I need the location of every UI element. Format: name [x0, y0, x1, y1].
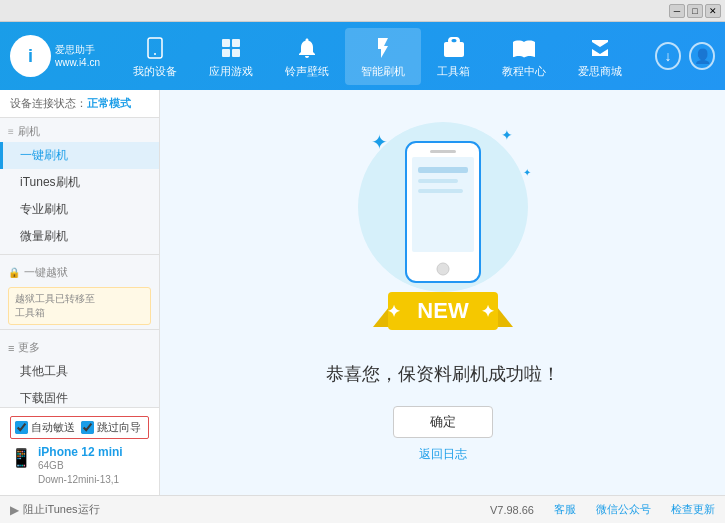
nav-ringtone[interactable]: 铃声壁纸	[269, 28, 345, 85]
jailbreak-warning: 越狱工具已转移至 工具箱	[8, 287, 151, 325]
user-button[interactable]: 👤	[689, 42, 715, 70]
device-details: iPhone 12 mini 64GB Down-12mini-13,1	[38, 445, 123, 487]
nav-toolbox[interactable]: 工具箱	[421, 28, 486, 85]
divider2	[0, 329, 159, 330]
lock-icon: 🔒	[8, 267, 20, 278]
logo-icon: i	[10, 35, 51, 77]
app-footer: ▶ 阻止iTunes运行 V7.98.66 客服 微信公众号 检查更新	[0, 495, 725, 523]
sidebar-item-pro-flash[interactable]: 专业刷机	[0, 196, 159, 223]
sidebar-item-itunes-flash[interactable]: iTunes刷机	[0, 169, 159, 196]
nav-store[interactable]: 爱思商城	[562, 28, 638, 85]
svg-text:✦: ✦	[387, 303, 401, 320]
svg-rect-3	[232, 39, 240, 47]
footer-service-link[interactable]: 客服	[554, 502, 576, 517]
svg-rect-10	[418, 189, 463, 193]
section-icon: ≡	[8, 126, 14, 137]
success-text: 恭喜您，保资料刷机成功啦！	[326, 362, 560, 386]
flash-icon	[369, 34, 397, 62]
sparkle-right2: ✦	[523, 167, 531, 178]
flash-section-header: ≡ 刷机	[0, 118, 159, 142]
svg-rect-9	[418, 179, 458, 183]
app-header: i 爱思助手 www.i4.cn 我的设备 应用游戏	[0, 22, 725, 90]
svg-rect-5	[232, 49, 240, 57]
sidebar-item-download-firmware[interactable]: 下载固件	[0, 385, 159, 407]
minimize-button[interactable]: ─	[669, 4, 685, 18]
svg-text:✦: ✦	[481, 303, 495, 320]
return-link[interactable]: 返回日志	[419, 446, 467, 463]
nav-smart-flash[interactable]: 智能刷机	[345, 28, 421, 85]
device-icon	[141, 34, 169, 62]
logo-area: i 爱思助手 www.i4.cn	[10, 35, 100, 77]
app-window: i 爱思助手 www.i4.cn 我的设备 应用游戏	[0, 22, 725, 523]
sidebar-item-micro-flash[interactable]: 微量刷机	[0, 223, 159, 250]
tutorial-icon	[510, 34, 538, 62]
confirm-button[interactable]: 确定	[393, 406, 493, 438]
main-content: ✦ ✦ ✦ ✦ ✦ NEW	[160, 90, 725, 495]
checkbox-group: 自动敏送 跳过向导	[10, 416, 149, 439]
jailbreak-section-header: 🔒 一键越狱	[0, 259, 159, 283]
status-bar: 设备连接状态：正常模式	[0, 90, 159, 118]
sidebar-item-other-tools[interactable]: 其他工具	[0, 358, 159, 385]
bell-icon	[293, 34, 321, 62]
sidebar-bottom: 自动敏送 跳过向导 📱 iPhone 12 mini 64GB Down-12m…	[0, 407, 159, 495]
svg-rect-8	[418, 167, 468, 173]
maximize-button[interactable]: □	[687, 4, 703, 18]
svg-rect-12	[430, 150, 456, 153]
new-badge: ✦ ✦ NEW	[373, 272, 513, 340]
nav-bar: 我的设备 应用游戏 铃声壁纸 智能刷机	[100, 28, 655, 85]
logo-text: 爱思助手 www.i4.cn	[55, 43, 100, 69]
footer-wechat-link[interactable]: 微信公众号	[596, 502, 651, 517]
footer-right: V7.98.66 客服 微信公众号 检查更新	[490, 502, 715, 517]
svg-rect-2	[222, 39, 230, 47]
footer-left: ▶ 阻止iTunes运行	[10, 502, 490, 517]
apps-icon	[217, 34, 245, 62]
close-button[interactable]: ✕	[705, 4, 721, 18]
device-info: 📱 iPhone 12 mini 64GB Down-12mini-13,1	[10, 445, 149, 487]
title-bar: ─ □ ✕	[0, 0, 725, 22]
window-controls[interactable]: ─ □ ✕	[669, 4, 721, 18]
more-icon: ≡	[8, 342, 14, 354]
content-area: 设备连接状态：正常模式 ≡ 刷机 一键刷机 iTunes刷机 专业刷机	[0, 90, 725, 495]
sidebar-item-one-key-flash[interactable]: 一键刷机	[0, 142, 159, 169]
header-right: ↓ 👤	[655, 42, 715, 70]
sidebar: 设备连接状态：正常模式 ≡ 刷机 一键刷机 iTunes刷机 专业刷机	[0, 90, 160, 495]
itunes-icon: ▶	[10, 503, 19, 517]
auto-send-checkbox[interactable]: 自动敏送	[15, 420, 75, 435]
device-phone-icon: 📱	[10, 447, 32, 469]
more-section-header: ≡ 更多	[0, 334, 159, 358]
svg-text:NEW: NEW	[417, 298, 469, 323]
sidebar-content: ≡ 刷机 一键刷机 iTunes刷机 专业刷机 微量刷机 �	[0, 118, 159, 407]
store-icon	[586, 34, 614, 62]
download-button[interactable]: ↓	[655, 42, 681, 70]
skip-guide-checkbox[interactable]: 跳过向导	[81, 420, 141, 435]
toolbox-icon	[440, 34, 468, 62]
success-illustration: ✦ ✦ ✦ ✦ ✦ NEW	[343, 122, 543, 352]
nav-my-device[interactable]: 我的设备	[117, 28, 193, 85]
sparkle-right: ✦	[501, 127, 513, 143]
svg-rect-4	[222, 49, 230, 57]
nav-app-game[interactable]: 应用游戏	[193, 28, 269, 85]
nav-tutorial[interactable]: 教程中心	[486, 28, 562, 85]
divider1	[0, 254, 159, 255]
sparkle-left: ✦	[371, 130, 388, 154]
footer-update-link[interactable]: 检查更新	[671, 502, 715, 517]
